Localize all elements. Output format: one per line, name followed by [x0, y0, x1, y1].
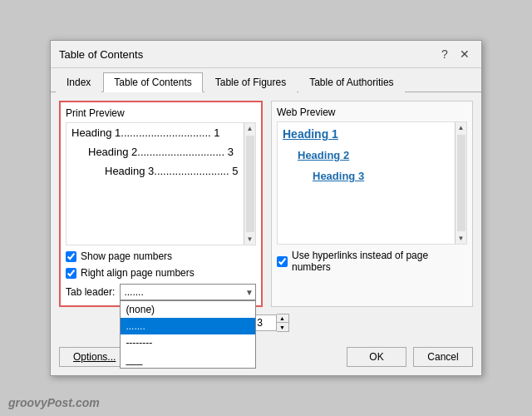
- tabs: Index Table of Contents Table of Figures…: [51, 68, 481, 92]
- web-preview-label: Web Preview: [277, 106, 467, 118]
- dialog-body: Print Preview Heading 1.................…: [51, 92, 481, 340]
- print-h3: Heading 3......................... 5: [71, 165, 239, 177]
- spinner-down-button[interactable]: ▼: [277, 323, 288, 331]
- title-bar-right: ? ✕: [436, 46, 473, 62]
- right-align-row: Right align page numbers: [66, 267, 256, 279]
- tab-leader-select-display[interactable]: ....... ▼: [120, 284, 256, 300]
- print-preview-label: Print Preview: [66, 107, 256, 119]
- tab-index[interactable]: Index: [56, 72, 101, 92]
- tab-leader-row: Tab leader: ....... ▼ (none) .......: [66, 284, 256, 300]
- show-page-numbers-checkbox[interactable]: [66, 251, 76, 262]
- tab-leader-label: Tab leader:: [66, 286, 115, 298]
- use-hyperlinks-row: Use hyperlinks instead of page numbers: [277, 250, 467, 273]
- dropdown-item-none[interactable]: (none): [121, 301, 255, 318]
- spinner-up-button[interactable]: ▲: [277, 314, 288, 323]
- right-column: Web Preview Heading 1 Heading 2 Heading …: [271, 101, 473, 307]
- dialog-title: Table of Contents: [59, 48, 143, 61]
- right-align-checkbox[interactable]: [66, 268, 76, 279]
- select-dropdown-arrow: ▼: [245, 288, 254, 297]
- use-hyperlinks-checkbox[interactable]: [277, 256, 288, 267]
- show-page-numbers-label: Show page numbers: [81, 250, 172, 262]
- web-scroll-up-arrow[interactable]: ▲: [456, 122, 466, 133]
- tab-leader-dropdown: (none) ....... -------- ___: [120, 300, 256, 369]
- web-preview-box: Heading 1 Heading 2 Heading 3 ▲ ▼: [277, 121, 467, 245]
- print-preview-content: Heading 1.............................. …: [71, 126, 252, 177]
- help-button[interactable]: ?: [436, 46, 453, 62]
- bottom-right-buttons: OK Cancel: [347, 347, 473, 367]
- tab-leader-select-container: ....... ▼ (none) ....... --------: [120, 284, 256, 300]
- web-h3: Heading 3: [283, 170, 453, 182]
- print-h1: Heading 1.............................. …: [71, 126, 239, 139]
- close-button[interactable]: ✕: [456, 46, 473, 62]
- scroll-up-arrow[interactable]: ▲: [245, 123, 255, 134]
- right-align-label: Right align page numbers: [81, 267, 195, 279]
- scroll-down-arrow[interactable]: ▼: [245, 234, 255, 245]
- dropdown-item-dots[interactable]: .......: [121, 318, 255, 334]
- web-scroll-down-arrow[interactable]: ▼: [456, 233, 466, 244]
- print-preview-scrollbar[interactable]: ▲ ▼: [244, 123, 255, 245]
- title-bar-left: Table of Contents: [59, 48, 143, 61]
- cancel-button[interactable]: Cancel: [413, 347, 473, 367]
- left-column: Print Preview Heading 1.................…: [59, 101, 263, 307]
- print-h2: Heading 2............................. 3: [71, 146, 239, 158]
- watermark: groovyPost.com: [8, 396, 100, 409]
- dropdown-item-underline[interactable]: ___: [121, 351, 255, 368]
- web-h1: Heading 1: [283, 127, 453, 141]
- scroll-track: [246, 136, 254, 232]
- tab-table-of-authorities[interactable]: Table of Authorities: [298, 72, 404, 92]
- title-bar: Table of Contents ? ✕: [51, 41, 481, 68]
- print-preview-box: Heading 1.............................. …: [66, 122, 256, 245]
- dropdown-item-dashes[interactable]: --------: [121, 334, 255, 351]
- show-page-numbers-row: Show page numbers: [66, 250, 256, 262]
- bottom-buttons: Options... Modify... OK Cancel: [51, 340, 481, 375]
- ok-button[interactable]: OK: [347, 347, 406, 367]
- web-scroll-track: [457, 135, 466, 231]
- use-hyperlinks-label: Use hyperlinks instead of page numbers: [292, 250, 467, 273]
- web-h2: Heading 2: [283, 149, 453, 161]
- tab-table-of-contents[interactable]: Table of Contents: [103, 72, 202, 92]
- table-of-contents-dialog: Table of Contents ? ✕ Index Table of Con…: [50, 40, 482, 376]
- spinner-buttons: ▲ ▼: [277, 314, 289, 332]
- tab-table-of-figures[interactable]: Table of Figures: [204, 72, 297, 92]
- two-column-layout: Print Preview Heading 1.................…: [59, 101, 473, 307]
- web-preview-scrollbar[interactable]: ▲ ▼: [455, 122, 466, 244]
